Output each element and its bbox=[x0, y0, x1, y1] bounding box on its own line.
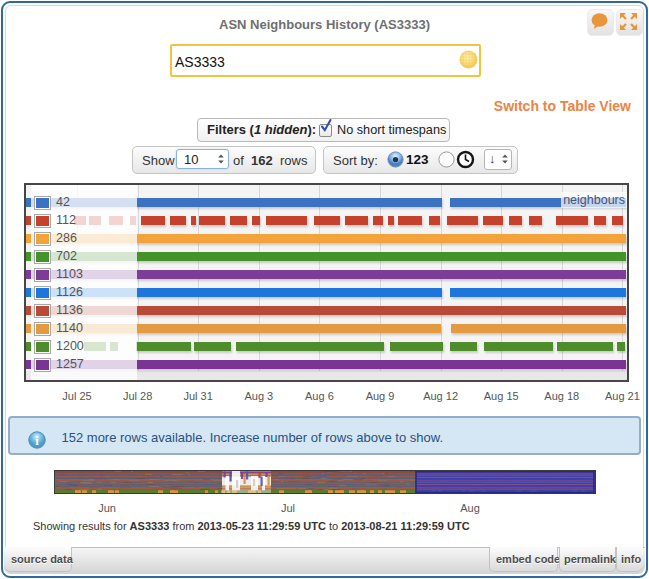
svg-text:i: i bbox=[35, 433, 39, 448]
